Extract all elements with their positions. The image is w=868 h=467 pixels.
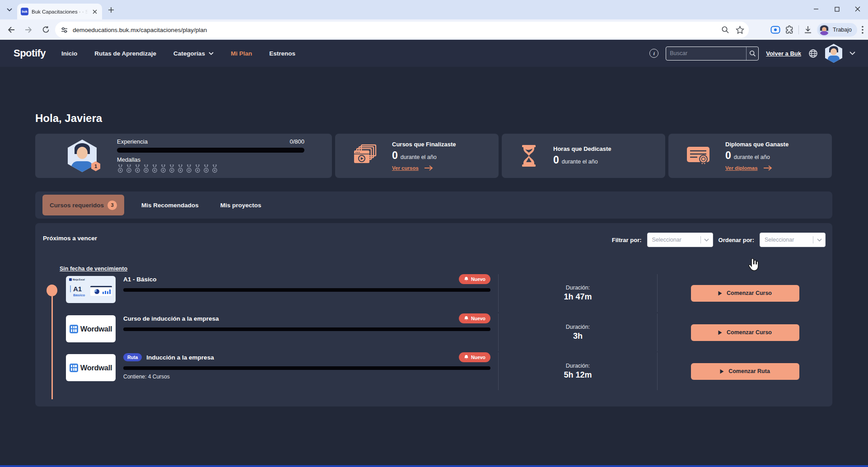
- medal-icon: [143, 164, 149, 174]
- app-page: Spotify Inicio Rutas de Aprendizaje Cate…: [0, 40, 868, 465]
- thumb-bar-chart: [103, 289, 111, 294]
- back-icon[interactable]: [5, 23, 18, 37]
- play-icon: [718, 291, 722, 296]
- course-title[interactable]: A1 - Básico: [123, 276, 157, 283]
- extensions-icon[interactable]: [785, 25, 794, 34]
- spotify-logo[interactable]: Spotify: [14, 47, 46, 59]
- course-title[interactable]: Curso de inducción a la empresa: [123, 315, 219, 322]
- medal-icon: [168, 164, 175, 174]
- bell-icon: [464, 276, 469, 282]
- stat-title: Cursos que Finalizaste: [392, 141, 456, 148]
- duration-label: Duración:: [566, 324, 590, 330]
- course-thumbnail[interactable]: Wordwall: [66, 315, 116, 342]
- medals-label: Medallas: [117, 156, 304, 163]
- medals-row: [117, 164, 304, 174]
- medal-icon: [134, 164, 141, 174]
- tab-search-icon[interactable]: [5, 5, 14, 15]
- search-box[interactable]: [666, 47, 759, 61]
- nuevo-badge: Nuevo: [459, 274, 490, 284]
- tab-mis-proyectos[interactable]: Mis proyectos: [216, 202, 266, 209]
- browser-tab[interactable]: buk Buk Capacitaciones · · Spotify A: [17, 4, 102, 19]
- wordwall-logo-icon: [70, 325, 78, 333]
- address-bar[interactable]: demoeducations.buk.mx/capacitaciones/pla…: [55, 22, 749, 38]
- nav-item-rutas[interactable]: Rutas de Aprendizaje: [94, 50, 156, 57]
- app-navbar: Spotify Inicio Rutas de Aprendizaje Cate…: [0, 40, 868, 67]
- plan-tabs: Cursos requeridos 3 Mis Recomendados Mis…: [35, 191, 832, 219]
- course-thumbnail[interactable]: Wordwall: [66, 354, 116, 381]
- medal-icon: [160, 164, 167, 174]
- page-title: Hola, Javiera: [35, 112, 102, 125]
- browser-profile-avatar: [819, 24, 830, 35]
- button-label: Comenzar Ruta: [728, 368, 770, 374]
- url-text[interactable]: demoeducations.buk.mx/capacitaciones/pla…: [73, 27, 721, 33]
- screen: buk Buk Capacitaciones · · Spotify A: [0, 0, 868, 467]
- medal-icon: [117, 164, 124, 174]
- play-icon: [718, 330, 722, 335]
- course-progressbar: [123, 288, 490, 292]
- experience-label: Experiencia: [117, 138, 148, 145]
- group-header: Sin fecha de vencimiento: [60, 266, 127, 272]
- nuevo-badge: Nuevo: [459, 313, 490, 323]
- tab-cursos-requeridos[interactable]: Cursos requeridos 3: [42, 195, 124, 215]
- comenzar-ruta-button[interactable]: Comenzar Ruta: [691, 363, 799, 380]
- tab-media-icon[interactable]: [770, 26, 780, 34]
- play-icon: [720, 369, 724, 374]
- info-icon[interactable]: i: [649, 49, 658, 58]
- duration-value: 1h 47m: [564, 292, 592, 302]
- stat-title: Horas que Dedicaste: [553, 145, 611, 152]
- tab-mis-recomendados[interactable]: Mis Recomendados: [137, 202, 203, 209]
- forward-icon[interactable]: [22, 23, 35, 37]
- user-avatar[interactable]: [825, 44, 842, 63]
- stat-suffix: durante el año: [562, 159, 598, 165]
- diploma-icon: [686, 144, 711, 168]
- nav-item-inicio[interactable]: Inicio: [61, 50, 77, 57]
- thumb-pie-chart: [94, 289, 99, 294]
- course-row: Ninja Excel A1 Básico A1 - Básico: [35, 274, 832, 312]
- browser-tabstrip: buk Buk Capacitaciones · · Spotify A: [0, 0, 868, 19]
- order-by-label: Ordenar por:: [719, 237, 754, 243]
- comenzar-curso-button[interactable]: Comenzar Curso: [691, 324, 799, 341]
- reload-icon[interactable]: [39, 23, 52, 37]
- medal-icon: [203, 164, 210, 174]
- course-progressbar: [123, 366, 490, 370]
- profile-chevron-icon[interactable]: [849, 51, 855, 55]
- bookmark-star-icon[interactable]: [736, 26, 744, 34]
- search-input[interactable]: [666, 50, 746, 56]
- section-title: Próximos a vencer: [43, 235, 97, 242]
- chevron-down-icon: [209, 52, 214, 55]
- course-title[interactable]: Inducción a la empresa: [146, 354, 214, 361]
- arrow-right-icon: [763, 165, 772, 171]
- new-tab-icon[interactable]: [107, 5, 116, 14]
- stat-value: 0: [392, 149, 398, 162]
- search-icon[interactable]: [746, 47, 758, 60]
- bell-icon: [464, 355, 469, 360]
- course-thumbnail[interactable]: Ninja Excel A1 Básico: [66, 276, 116, 303]
- ver-diplomas-link[interactable]: Ver diplomas: [725, 165, 758, 171]
- volver-a-buk-link[interactable]: Volver a Buk: [766, 50, 801, 57]
- downloads-icon[interactable]: [803, 25, 812, 34]
- browser-profile-button[interactable]: Trabajo: [817, 23, 857, 37]
- order-select-value: Seleccionar: [765, 237, 813, 243]
- globe-icon[interactable]: [808, 49, 818, 58]
- tab-count-badge: 3: [107, 201, 117, 210]
- bottom-blue-bar: [0, 465, 868, 467]
- duration-value: 3h: [573, 332, 583, 341]
- tab-close-icon[interactable]: [91, 8, 98, 15]
- window-close-icon[interactable]: [847, 0, 868, 18]
- nav-item-mi-plan[interactable]: Mi Plan: [231, 50, 252, 57]
- filter-select[interactable]: Seleccionar: [647, 233, 713, 247]
- site-settings-icon[interactable]: [61, 26, 68, 34]
- stat-value: 0: [725, 149, 731, 162]
- order-select[interactable]: Seleccionar: [760, 233, 826, 247]
- arrow-right-icon: [424, 165, 433, 171]
- nav-item-categorias[interactable]: Categorías: [173, 50, 214, 57]
- window-maximize-icon[interactable]: [826, 0, 847, 18]
- browser-menu-icon[interactable]: [862, 26, 863, 34]
- nav-item-estrenos[interactable]: Estrenos: [269, 50, 295, 57]
- comenzar-curso-button[interactable]: Comenzar Curso: [691, 285, 799, 302]
- tab-label: Cursos requeridos: [50, 202, 104, 209]
- courses-icon: [352, 144, 378, 168]
- window-minimize-icon[interactable]: [806, 0, 826, 18]
- zoom-page-icon[interactable]: [721, 26, 729, 34]
- ver-cursos-link[interactable]: Ver cursos: [392, 165, 419, 171]
